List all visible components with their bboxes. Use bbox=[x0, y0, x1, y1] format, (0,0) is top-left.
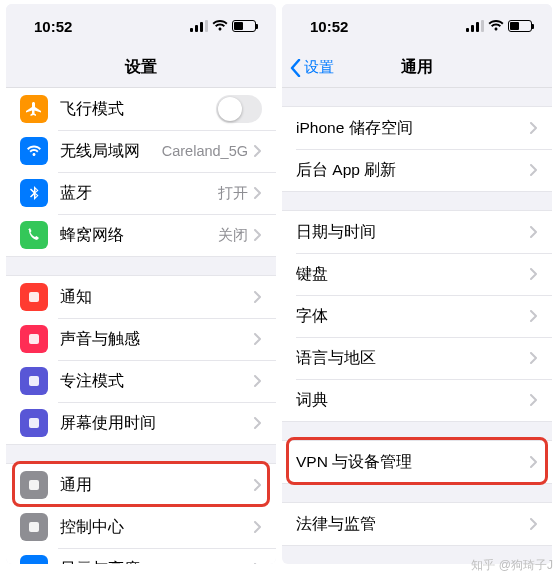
row-label: 控制中心 bbox=[60, 517, 254, 538]
status-time: 10:52 bbox=[34, 18, 72, 35]
row-detail: 打开 bbox=[218, 184, 248, 203]
row-label: 蓝牙 bbox=[60, 183, 218, 204]
row-label: 显示与亮度 bbox=[60, 559, 254, 565]
settings-list[interactable]: 飞行模式无线局域网Careland_5G蓝牙打开蜂窝网络关闭 通知声音与触感专注… bbox=[6, 88, 276, 564]
svg-rect-0 bbox=[29, 292, 39, 302]
svg-rect-5 bbox=[29, 522, 39, 532]
toggle[interactable] bbox=[216, 95, 262, 123]
svg-rect-2 bbox=[29, 376, 39, 386]
nav-bar: 设置 bbox=[6, 48, 276, 88]
row-label: 声音与触感 bbox=[60, 329, 254, 350]
back-button[interactable]: 设置 bbox=[290, 58, 334, 77]
general-screen: 10:52 设置 通用 iPhone 储存空间后台 App 刷新日期与时间键盘字… bbox=[282, 4, 552, 564]
disp-icon bbox=[20, 555, 48, 564]
general-row-date[interactable]: 日期与时间 bbox=[282, 211, 552, 253]
row-label: 词典 bbox=[296, 390, 530, 411]
svg-rect-3 bbox=[29, 418, 39, 428]
chevron-right-icon bbox=[254, 289, 262, 306]
row-label: 语言与地区 bbox=[296, 348, 530, 369]
settings-row-cc[interactable]: 控制中心 bbox=[6, 506, 276, 548]
settings-row-screent[interactable]: 屏幕使用时间 bbox=[6, 402, 276, 444]
status-indicators bbox=[466, 18, 532, 35]
row-label: iPhone 储存空间 bbox=[296, 118, 530, 139]
svg-rect-1 bbox=[29, 334, 39, 344]
general-row-dict[interactable]: 词典 bbox=[282, 379, 552, 421]
row-label: 字体 bbox=[296, 306, 530, 327]
wifi-icon bbox=[488, 18, 504, 35]
general-row-vpn[interactable]: VPN 与设备管理 bbox=[282, 441, 552, 483]
screent-icon bbox=[20, 409, 48, 437]
row-label: 专注模式 bbox=[60, 371, 254, 392]
general-row-storage[interactable]: iPhone 储存空间 bbox=[282, 107, 552, 149]
bt-icon bbox=[20, 179, 48, 207]
general-row-kb[interactable]: 键盘 bbox=[282, 253, 552, 295]
row-label: 法律与监管 bbox=[296, 514, 530, 535]
chevron-right-icon bbox=[254, 185, 262, 202]
row-label: 键盘 bbox=[296, 264, 530, 285]
row-label: 屏幕使用时间 bbox=[60, 413, 254, 434]
general-list[interactable]: iPhone 储存空间后台 App 刷新日期与时间键盘字体语言与地区词典VPN … bbox=[282, 88, 552, 564]
focus-icon bbox=[20, 367, 48, 395]
svg-rect-4 bbox=[29, 480, 39, 490]
settings-row-bt[interactable]: 蓝牙打开 bbox=[6, 172, 276, 214]
chevron-right-icon bbox=[254, 477, 262, 494]
settings-row-general[interactable]: 通用 bbox=[6, 464, 276, 506]
cell-icon bbox=[20, 221, 48, 249]
cellular-signal-icon bbox=[466, 20, 484, 32]
status-bar: 10:52 bbox=[282, 4, 552, 48]
flight-icon bbox=[20, 95, 48, 123]
battery-icon bbox=[508, 20, 532, 32]
chevron-right-icon bbox=[530, 308, 538, 325]
nav-bar: 设置 通用 bbox=[282, 48, 552, 88]
row-detail: Careland_5G bbox=[162, 143, 248, 159]
settings-row-wifi[interactable]: 无线局域网Careland_5G bbox=[6, 130, 276, 172]
cellular-signal-icon bbox=[190, 20, 208, 32]
chevron-right-icon bbox=[254, 373, 262, 390]
general-icon bbox=[20, 471, 48, 499]
battery-icon bbox=[232, 20, 256, 32]
row-label: 通知 bbox=[60, 287, 254, 308]
row-label: 通用 bbox=[60, 475, 254, 496]
chevron-right-icon bbox=[530, 350, 538, 367]
settings-root-screen: 10:52 设置 飞行模式无线局域网Careland_5G蓝牙打开蜂窝网络关闭 … bbox=[6, 4, 276, 564]
back-label: 设置 bbox=[304, 58, 334, 77]
status-bar: 10:52 bbox=[6, 4, 276, 48]
settings-row-sound[interactable]: 声音与触感 bbox=[6, 318, 276, 360]
chevron-right-icon bbox=[530, 392, 538, 409]
settings-row-notif[interactable]: 通知 bbox=[6, 276, 276, 318]
general-row-legal[interactable]: 法律与监管 bbox=[282, 503, 552, 545]
status-indicators bbox=[190, 18, 256, 35]
sound-icon bbox=[20, 325, 48, 353]
chevron-right-icon bbox=[530, 224, 538, 241]
settings-row-disp[interactable]: 显示与亮度 bbox=[6, 548, 276, 564]
row-label: 蜂窝网络 bbox=[60, 225, 218, 246]
nav-title: 设置 bbox=[125, 57, 157, 78]
watermark: 知乎 @狗琦子J bbox=[471, 557, 553, 574]
chevron-right-icon bbox=[530, 162, 538, 179]
wifi-icon bbox=[212, 18, 228, 35]
row-detail: 关闭 bbox=[218, 226, 248, 245]
notif-icon bbox=[20, 283, 48, 311]
chevron-right-icon bbox=[254, 519, 262, 536]
wifi-icon bbox=[20, 137, 48, 165]
general-row-bgapp[interactable]: 后台 App 刷新 bbox=[282, 149, 552, 191]
chevron-right-icon bbox=[254, 415, 262, 432]
general-row-font[interactable]: 字体 bbox=[282, 295, 552, 337]
settings-row-cell[interactable]: 蜂窝网络关闭 bbox=[6, 214, 276, 256]
general-row-lang[interactable]: 语言与地区 bbox=[282, 337, 552, 379]
chevron-right-icon bbox=[530, 454, 538, 471]
chevron-right-icon bbox=[530, 516, 538, 533]
chevron-right-icon bbox=[530, 120, 538, 137]
settings-row-focus[interactable]: 专注模式 bbox=[6, 360, 276, 402]
chevron-right-icon bbox=[530, 266, 538, 283]
chevron-right-icon bbox=[254, 331, 262, 348]
chevron-right-icon bbox=[254, 143, 262, 160]
row-label: 无线局域网 bbox=[60, 141, 162, 162]
settings-row-flight[interactable]: 飞行模式 bbox=[6, 88, 276, 130]
nav-title: 通用 bbox=[401, 57, 433, 78]
chevron-right-icon bbox=[254, 227, 262, 244]
cc-icon bbox=[20, 513, 48, 541]
row-label: 飞行模式 bbox=[60, 99, 216, 120]
chevron-right-icon bbox=[254, 561, 262, 565]
status-time: 10:52 bbox=[310, 18, 348, 35]
